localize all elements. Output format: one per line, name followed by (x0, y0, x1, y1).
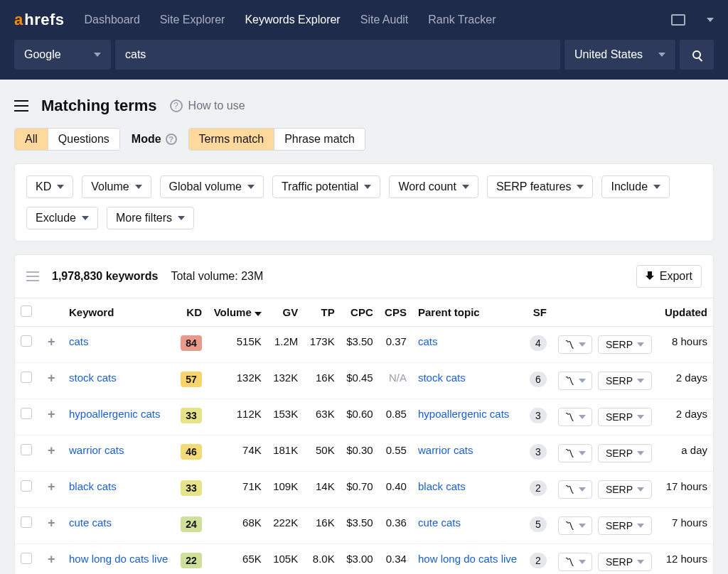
row-checkbox[interactable] (21, 480, 32, 492)
chart-button[interactable]: 〽 (558, 408, 592, 426)
help-icon[interactable]: ? (166, 134, 177, 145)
col-updated[interactable]: Updated (658, 298, 713, 327)
logo[interactable]: a hrefs (14, 11, 65, 29)
filter-label: More filters (116, 212, 172, 224)
col-tp[interactable]: TP (304, 298, 340, 327)
parent-topic-link[interactable]: warrior cats (418, 444, 473, 456)
top-navbar: a hrefs DashboardSite ExplorerKeywords E… (0, 0, 728, 80)
keyword-link[interactable]: cats (69, 335, 89, 347)
serp-button[interactable]: SERP (598, 444, 652, 462)
filter-serp-features[interactable]: SERP features (487, 175, 594, 198)
filter-volume[interactable]: Volume (82, 175, 151, 198)
chevron-down-icon (462, 185, 469, 189)
filter-label: KD (36, 180, 51, 193)
plus-icon[interactable]: + (48, 480, 55, 494)
search-button[interactable] (680, 40, 714, 70)
sf-badge[interactable]: 4 (530, 335, 547, 351)
cell-updated: 8 hours (658, 327, 713, 363)
serp-button[interactable]: SERP (598, 480, 652, 499)
filter-kd[interactable]: KD (26, 175, 73, 198)
plus-icon[interactable]: + (48, 443, 55, 457)
row-checkbox[interactable] (21, 335, 32, 347)
serp-button[interactable]: SERP (598, 335, 652, 354)
parent-topic-link[interactable]: black cats (418, 480, 466, 492)
plus-icon[interactable]: + (48, 407, 55, 421)
tab-terms-match[interactable]: Terms match (189, 129, 274, 150)
serp-label: SERP (606, 520, 633, 531)
chart-button[interactable]: 〽 (558, 335, 592, 354)
plus-icon[interactable]: + (48, 552, 55, 566)
sidebar-toggle-icon[interactable] (14, 100, 28, 112)
cell-tp: 16K (304, 508, 340, 544)
sf-badge[interactable]: 2 (530, 553, 547, 568)
chart-button[interactable]: 〽 (558, 553, 592, 571)
col-kd[interactable]: KD (175, 298, 208, 327)
how-to-use-link[interactable]: ? How to use (170, 99, 245, 112)
row-checkbox[interactable] (21, 516, 32, 528)
sf-badge[interactable]: 3 (530, 408, 547, 423)
monitor-icon[interactable] (671, 14, 685, 26)
col-cpc[interactable]: CPC (341, 298, 379, 327)
chart-button[interactable]: 〽 (558, 480, 592, 499)
keyword-link[interactable]: hypoallergenic cats (69, 408, 160, 420)
account-caret-icon[interactable] (707, 18, 714, 22)
parent-topic-link[interactable]: hypoallergenic cats (418, 408, 509, 420)
col-keyword[interactable]: Keyword (63, 298, 175, 327)
tab-all[interactable]: All (15, 129, 48, 150)
nav-link-rank-tracker[interactable]: Rank Tracker (428, 13, 496, 26)
keyword-link[interactable]: stock cats (69, 372, 117, 384)
col-cps[interactable]: CPS (379, 298, 412, 327)
keyword-input[interactable] (115, 40, 560, 70)
country-select[interactable]: United States (564, 40, 675, 70)
plus-icon[interactable]: + (48, 335, 55, 349)
nav-link-dashboard[interactable]: Dashboard (85, 13, 140, 26)
select-all-checkbox[interactable] (21, 305, 32, 317)
filter-more-filters[interactable]: More filters (107, 207, 194, 229)
cell-cpc: $3.50 (341, 327, 379, 363)
tab-questions[interactable]: Questions (48, 129, 119, 150)
cell-tp: 173K (304, 327, 340, 363)
export-button[interactable]: Export (636, 265, 702, 288)
keyword-link[interactable]: warrior cats (69, 444, 124, 456)
serp-button[interactable]: SERP (598, 408, 652, 426)
filter-traffic-potential[interactable]: Traffic potential (272, 175, 381, 198)
filter-exclude[interactable]: Exclude (26, 207, 98, 229)
parent-topic-link[interactable]: cute cats (418, 516, 461, 529)
plus-icon[interactable]: + (48, 516, 55, 530)
col-sf[interactable]: SF (524, 298, 552, 327)
keyword-link[interactable]: how long do cats live (69, 553, 168, 565)
chart-button[interactable]: 〽 (558, 516, 592, 535)
density-icon[interactable] (26, 271, 39, 281)
nav-link-site-explorer[interactable]: Site Explorer (160, 13, 225, 26)
sf-badge[interactable]: 5 (530, 516, 547, 532)
keyword-link[interactable]: cute cats (69, 516, 112, 529)
col-parent-topic[interactable]: Parent topic (412, 298, 524, 327)
parent-topic-link[interactable]: how long do cats live (418, 553, 517, 565)
col-gv[interactable]: GV (267, 298, 304, 327)
sf-badge[interactable]: 6 (530, 372, 547, 387)
sf-badge[interactable]: 2 (530, 480, 547, 496)
chart-button[interactable]: 〽 (558, 444, 592, 462)
filter-include[interactable]: Include (601, 175, 670, 198)
row-checkbox[interactable] (21, 553, 32, 564)
row-checkbox[interactable] (21, 444, 32, 455)
row-checkbox[interactable] (21, 372, 32, 383)
engine-select[interactable]: Google (14, 40, 111, 70)
filter-word-count[interactable]: Word count (389, 175, 478, 198)
col-volume[interactable]: Volume (208, 298, 267, 327)
nav-link-keywords-explorer[interactable]: Keywords Explorer (245, 13, 340, 26)
serp-button[interactable]: SERP (598, 553, 652, 571)
parent-topic-link[interactable]: stock cats (418, 372, 466, 384)
filter-global-volume[interactable]: Global volume (160, 175, 264, 198)
keyword-link[interactable]: black cats (69, 480, 117, 492)
row-checkbox[interactable] (21, 408, 32, 419)
parent-topic-link[interactable]: cats (418, 335, 438, 347)
nav-link-site-audit[interactable]: Site Audit (360, 13, 409, 26)
sf-badge[interactable]: 3 (530, 444, 547, 460)
chart-button[interactable]: 〽 (558, 372, 592, 390)
cell-gv: 1.2M (267, 327, 304, 363)
serp-button[interactable]: SERP (598, 516, 652, 535)
tab-phrase-match[interactable]: Phrase match (274, 129, 365, 150)
serp-button[interactable]: SERP (598, 372, 652, 390)
plus-icon[interactable]: + (48, 371, 55, 385)
